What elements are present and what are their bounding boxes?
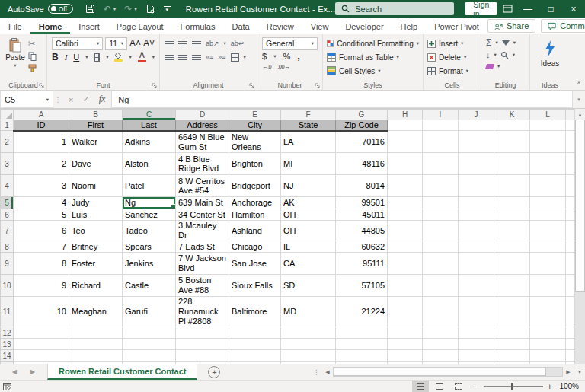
autosave-toggle[interactable]: Off — [48, 4, 73, 14]
cell-H10[interactable] — [388, 275, 423, 297]
column-header-J[interactable]: J — [459, 110, 494, 120]
search-box[interactable]: Search — [335, 2, 454, 15]
cell-F8[interactable]: IL — [281, 241, 336, 253]
cell-G6[interactable]: 45011 — [336, 209, 388, 221]
increase-font-icon[interactable]: A˄ — [129, 38, 141, 49]
decrease-font-icon[interactable]: A˅ — [143, 38, 155, 49]
cell-E2[interactable]: New Orleans — [229, 131, 281, 153]
cell-D2[interactable]: 6649 N Blue Gum St — [176, 131, 229, 153]
tab-home[interactable]: Home — [30, 19, 71, 34]
cell-M6[interactable] — [566, 209, 575, 221]
ideas-button[interactable]: Ideas — [532, 37, 567, 68]
autosave-control[interactable]: AutoSave Off — [0, 4, 79, 14]
cell-L2[interactable] — [530, 131, 566, 153]
align-center-icon[interactable] — [178, 55, 187, 60]
cell-I7[interactable] — [423, 221, 459, 241]
row-header-5[interactable]: 5 — [1, 197, 14, 209]
align-left-icon[interactable] — [165, 55, 174, 60]
row-header-9[interactable]: 9 — [1, 253, 14, 275]
cell-J10[interactable] — [459, 275, 494, 297]
cell-G1[interactable]: Zip Code — [336, 120, 388, 131]
cell-M11[interactable] — [566, 297, 575, 327]
customize-qat-icon[interactable]: ▾ — [164, 6, 171, 12]
sign-in-button[interactable]: Sign in — [465, 2, 497, 15]
alignment-dialog-launcher[interactable] — [249, 83, 254, 88]
scroll-left-icon[interactable]: ◀ — [322, 369, 333, 375]
cell-K8[interactable] — [494, 241, 530, 253]
fill-icon[interactable]: ↓ — [486, 50, 491, 59]
formula-bar-input[interactable]: Ng — [111, 91, 573, 108]
tab-file[interactable]: File — [0, 19, 30, 34]
cell-D4[interactable]: 8 W Cerritos Ave #54 — [176, 175, 229, 197]
cell-E12[interactable] — [229, 327, 281, 339]
cell-H4[interactable] — [388, 175, 423, 197]
cell-H3[interactable] — [388, 153, 423, 175]
decrease-decimal-icon[interactable]: .00→ — [277, 63, 289, 70]
cell-F7[interactable]: OH — [281, 221, 336, 241]
find-select-icon[interactable] — [500, 51, 509, 59]
cell-A7[interactable]: 6 — [14, 221, 69, 241]
row-header-8[interactable]: 8 — [1, 241, 14, 253]
cell-C14[interactable] — [123, 350, 176, 362]
cell-M2[interactable] — [566, 131, 575, 153]
cell-L13[interactable] — [530, 339, 566, 350]
zoom-out-icon[interactable]: − — [474, 382, 478, 391]
row-header-11[interactable]: 11 — [1, 297, 14, 327]
name-box-dropdown-icon[interactable]: ▾ — [46, 97, 49, 103]
cell-B5[interactable]: Judy — [69, 197, 123, 209]
cell-C8[interactable]: Spears — [123, 241, 176, 253]
cell-B3[interactable]: Dave — [69, 153, 123, 175]
cell-E7[interactable]: Ashland — [229, 221, 281, 241]
column-header-partial[interactable] — [566, 110, 575, 120]
cell-C10[interactable]: Castle — [123, 275, 176, 297]
cell-G2[interactable]: 70116 — [336, 131, 388, 153]
cell-J2[interactable] — [459, 131, 494, 153]
tab-view[interactable]: View — [302, 19, 337, 34]
tab-help[interactable]: Help — [392, 19, 427, 34]
cell-F5[interactable]: AK — [281, 197, 336, 209]
cell-A14[interactable] — [14, 350, 69, 362]
cell-H1[interactable] — [388, 120, 423, 131]
horizontal-scroll-thumb[interactable] — [334, 368, 546, 376]
delete-cells-button[interactable]: Delete▾ — [426, 50, 478, 64]
row-header-2[interactable]: 2 — [1, 131, 14, 153]
cell-E1[interactable]: City — [229, 120, 281, 131]
cell-I6[interactable] — [423, 209, 459, 221]
comma-style-icon[interactable]: , — [297, 50, 300, 62]
cell-D12[interactable] — [176, 327, 229, 339]
page-layout-view-button[interactable] — [431, 381, 448, 392]
row-header-14[interactable]: 14 — [1, 350, 14, 362]
cell-I13[interactable] — [423, 339, 459, 350]
cell-E8[interactable]: Chicago — [229, 241, 281, 253]
cell-L11[interactable] — [530, 297, 566, 327]
cell-C9[interactable]: Jenkins — [123, 253, 176, 275]
cell-M5[interactable] — [566, 197, 575, 209]
bold-button[interactable]: B — [52, 52, 59, 62]
cell-H6[interactable] — [388, 209, 423, 221]
scroll-up-icon[interactable]: ▲ — [575, 109, 585, 120]
cell-C1[interactable]: Last — [123, 120, 176, 131]
italic-button[interactable]: I — [65, 53, 68, 62]
cell-K5[interactable] — [494, 197, 530, 209]
cell-J1[interactable] — [459, 120, 494, 131]
clipboard-dialog-launcher[interactable] — [39, 83, 44, 88]
column-header-K[interactable]: K — [494, 110, 530, 120]
normal-view-button[interactable] — [412, 381, 429, 392]
cell-I1[interactable] — [423, 120, 459, 131]
format-cells-button[interactable]: Format▾ — [426, 64, 478, 78]
cell-C6[interactable]: Sanchez — [123, 209, 176, 221]
cell-D3[interactable]: 4 B Blue Ridge Blvd — [176, 153, 229, 175]
cell-E14[interactable] — [229, 350, 281, 362]
font-dialog-launcher[interactable] — [152, 83, 157, 88]
font-size-combo[interactable]: 11▾ — [105, 37, 127, 50]
cell-A3[interactable]: 2 — [14, 153, 69, 175]
tab-insert[interactable]: Insert — [70, 19, 108, 34]
cell-L6[interactable] — [530, 209, 566, 221]
format-painter-icon[interactable] — [28, 64, 37, 72]
scroll-down-icon[interactable]: ▼ — [574, 364, 585, 380]
next-sheet-icon[interactable]: ▶ — [30, 368, 35, 375]
cell-J3[interactable] — [459, 153, 494, 175]
cell-I10[interactable] — [423, 275, 459, 297]
row-header-3[interactable]: 3 — [1, 153, 14, 175]
cell-M13[interactable] — [566, 339, 575, 350]
